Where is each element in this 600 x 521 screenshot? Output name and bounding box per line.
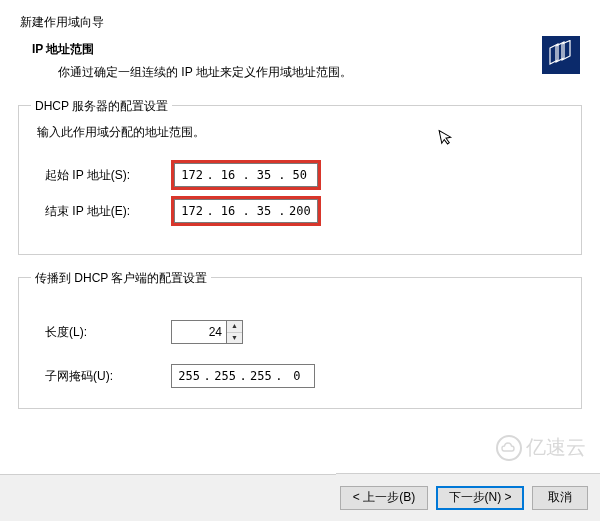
ip-dot: .	[205, 204, 214, 218]
back-button[interactable]: < 上一步(B)	[340, 486, 428, 510]
length-row: 长度(L): 24 ▲ ▼	[45, 314, 563, 350]
group2-legend: 传播到 DHCP 客户端的配置设置	[31, 270, 211, 287]
spin-down-button[interactable]: ▼	[227, 333, 242, 344]
group1-legend: DHCP 服务器的配置设置	[31, 98, 172, 115]
spin-buttons: ▲ ▼	[227, 320, 243, 344]
group1-hint: 输入此作用域分配的地址范围。	[37, 124, 563, 141]
spin-up-button[interactable]: ▲	[227, 321, 242, 333]
ip-octet[interactable]: 172	[179, 204, 205, 218]
next-button[interactable]: 下一步(N) >	[436, 486, 524, 510]
mask-row: 子网掩码(U): 255 . 255 . 255 . 0	[45, 358, 563, 394]
dhcp-server-group: DHCP 服务器的配置设置 输入此作用域分配的地址范围。 起始 IP 地址(S)…	[18, 105, 582, 255]
wizard-header: 新建作用域向导 IP 地址范围 你通过确定一组连续的 IP 地址来定义作用域地址…	[0, 0, 600, 91]
ip-dot: .	[241, 168, 250, 182]
end-ip-input[interactable]: 172 . 16 . 35 . 200	[174, 199, 318, 223]
ip-dot: .	[238, 369, 247, 383]
ip-octet[interactable]: 35	[251, 204, 277, 218]
ip-octet[interactable]: 16	[215, 168, 241, 182]
ip-octet[interactable]: 255	[248, 369, 274, 383]
ip-octet[interactable]: 16	[215, 204, 241, 218]
ip-dot: .	[274, 369, 283, 383]
ip-octet[interactable]: 255	[176, 369, 202, 383]
ip-dot: .	[202, 369, 211, 383]
ip-octet[interactable]: 255	[212, 369, 238, 383]
length-stepper[interactable]: 24 ▲ ▼	[171, 320, 243, 344]
length-label: 长度(L):	[45, 324, 171, 341]
folders-icon	[542, 36, 580, 74]
start-ip-highlight: 172 . 16 . 35 . 50	[171, 160, 321, 190]
section-title: IP 地址范围	[32, 41, 542, 58]
ip-octet[interactable]: 35	[251, 168, 277, 182]
ip-dot: .	[241, 204, 250, 218]
start-ip-label: 起始 IP 地址(S):	[45, 167, 171, 184]
cancel-button[interactable]: 取消	[532, 486, 588, 510]
section-desc: 你通过确定一组连续的 IP 地址来定义作用域地址范围。	[58, 64, 542, 81]
ip-octet[interactable]: 172	[179, 168, 205, 182]
wizard-footer: < 上一步(B) 下一步(N) > 取消	[336, 473, 600, 521]
start-ip-input[interactable]: 172 . 16 . 35 . 50	[174, 163, 318, 187]
end-ip-highlight: 172 . 16 . 35 . 200	[171, 196, 321, 226]
ip-dot: .	[277, 168, 286, 182]
wizard-title: 新建作用域向导	[20, 14, 542, 31]
ip-dot: .	[277, 204, 286, 218]
ip-dot: .	[205, 168, 214, 182]
length-value[interactable]: 24	[171, 320, 227, 344]
watermark: 亿速云	[496, 434, 586, 461]
mask-label: 子网掩码(U):	[45, 368, 171, 385]
watermark-icon	[496, 435, 522, 461]
dhcp-client-group: 传播到 DHCP 客户端的配置设置 长度(L): 24 ▲ ▼ 子网掩码(U):…	[18, 277, 582, 409]
header-text: 新建作用域向导 IP 地址范围 你通过确定一组连续的 IP 地址来定义作用域地址…	[20, 14, 542, 81]
ip-octet[interactable]: 0	[284, 369, 310, 383]
ip-octet[interactable]: 50	[287, 168, 313, 182]
ip-octet[interactable]: 200	[287, 204, 313, 218]
end-ip-row: 结束 IP 地址(E): 172 . 16 . 35 . 200	[45, 193, 563, 229]
watermark-text: 亿速云	[526, 434, 586, 461]
start-ip-row: 起始 IP 地址(S): 172 . 16 . 35 . 50	[45, 157, 563, 193]
end-ip-label: 结束 IP 地址(E):	[45, 203, 171, 220]
subnet-mask-input[interactable]: 255 . 255 . 255 . 0	[171, 364, 315, 388]
